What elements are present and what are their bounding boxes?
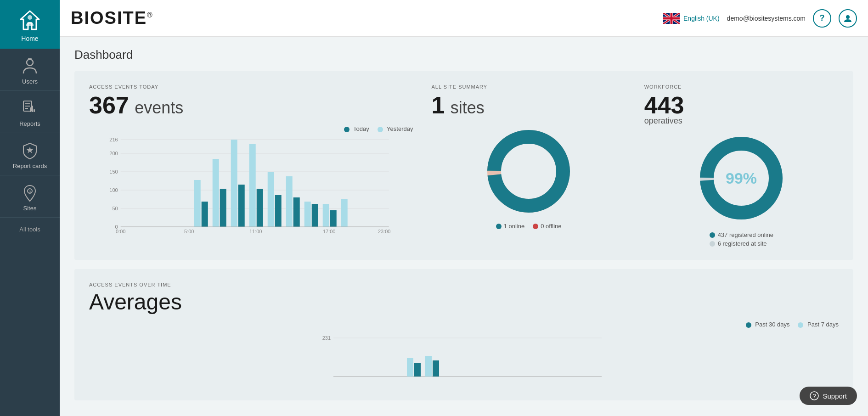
dashboard-content: Dashboard ACCESS EVENTS TODAY 367 events… [60,37,868,416]
svg-text:5:00: 5:00 [184,229,194,234]
svg-rect-8 [30,107,31,112]
legend-yesterday: Yesterday [378,125,413,132]
registered-online-item: 437 registered online [710,231,773,238]
bar-today-10 [238,185,245,227]
svg-text:216: 216 [109,137,118,142]
bar-yesterday-10 [231,140,237,227]
user-account-button[interactable] [839,9,857,28]
sidebar-item-label-sites: Sites [23,205,37,212]
site-count: 1 [431,92,445,118]
averages-section: ACCESS EVENTS OVER TIME Averages Past 30… [74,269,853,400]
workforce-unit: operatives [644,116,839,126]
bar-yesterday-11 [249,144,256,227]
bar-yesterday-16 [341,199,348,227]
site-donut-legend: 1 online 0 offline [496,223,562,230]
access-events-bar-chart: 216 200 150 100 50 0 [89,135,413,236]
svg-rect-10 [34,109,35,112]
site-offline-count: 0 offline [541,223,561,230]
workforce-legend: 437 registered online 6 registered at si… [710,230,773,247]
sidebar-item-report-cards[interactable]: Report cards [0,133,60,175]
avg-bar-2-dark [433,360,439,377]
svg-rect-9 [32,106,33,112]
users-icon [21,57,39,75]
past30-dot [746,322,751,328]
dashboard-top-section: ACCESS EVENTS TODAY 367 events Today Yes… [74,71,853,260]
sites-donut-chart [483,125,575,217]
support-label: Support [823,392,847,400]
access-events-unit: events [135,98,183,117]
sidebar: Home Users Reports Report cards [0,0,60,416]
bar-yesterday-9 [213,159,219,227]
all-site-sublabel: ALL SITE SUMMARY [431,84,626,90]
offline-dot [533,224,538,229]
workforce-pct-text: 99% [726,169,757,187]
report-cards-icon [21,141,39,160]
legend-30-days: Past 30 days [746,321,790,328]
svg-rect-3 [28,58,32,60]
bar-today-11 [257,189,263,227]
reports-icon [21,99,39,118]
avg-bar-1-light [407,358,413,377]
header: BIOSITE® English (UK) demo@biositesystem… [60,0,868,37]
uk-flag-icon [663,13,680,24]
svg-text:23:00: 23:00 [378,229,391,234]
today-dot [344,127,349,132]
sites-icon: 3 [21,184,39,202]
bar-yesterday-13 [286,176,293,227]
bar-yesterday-12 [268,172,274,227]
sidebar-item-label-reports: Reports [19,120,40,127]
bar-yesterday-15 [323,204,329,227]
workforce-sublabel: WORKFORCE [644,84,839,90]
bar-yesterday-8 [194,180,201,227]
yesterday-dot [378,127,383,132]
page-title: Dashboard [74,48,853,62]
svg-text:200: 200 [109,151,118,156]
support-button[interactable]: ? Support [800,387,857,405]
sidebar-all-tools[interactable]: All tools [19,226,40,233]
sidebar-item-users[interactable]: Users [0,49,60,91]
help-button[interactable]: ? [813,9,831,28]
svg-point-2 [27,59,33,66]
averages-sublabel: ACCESS EVENTS OVER TIME [89,282,839,287]
sidebar-item-label-users: Users [22,78,38,85]
sidebar-item-reports[interactable]: Reports [0,91,60,133]
svg-marker-11 [27,147,33,153]
svg-text:0:00: 0:00 [116,229,125,234]
workforce-section: WORKFORCE 443 operatives 99% [644,84,839,247]
user-email: demo@biositesystems.com [727,15,806,22]
bar-yesterday-14 [304,202,311,227]
svg-text:50: 50 [112,206,118,211]
registered-online-label: 437 registered online [718,231,773,238]
bar-today-15 [330,210,337,227]
registered-online-dot [710,232,715,238]
sidebar-item-sites[interactable]: 3 Sites [0,175,60,218]
legend-today: Today [344,125,369,132]
bar-today-13 [293,197,300,227]
header-right: English (UK) demo@biositesystems.com ? [663,9,857,28]
past7-dot [798,322,803,328]
sidebar-home[interactable]: Home [0,0,60,49]
access-events-sublabel: ACCESS EVENTS TODAY [89,84,413,90]
support-icon: ? [810,391,819,400]
site-offline-legend: 0 offline [533,223,561,230]
access-events-today: ACCESS EVENTS TODAY 367 events Today Yes… [89,84,413,238]
bar-today-14 [312,204,318,227]
home-icon [18,8,42,32]
svg-text:3: 3 [29,190,31,194]
svg-point-35 [494,137,563,206]
svg-text:150: 150 [109,169,118,174]
registered-site-item: 6 registered at site [710,240,773,247]
averages-title: Averages [89,290,182,314]
svg-text:100: 100 [109,187,118,193]
svg-text:231: 231 [322,335,331,341]
bar-today-8 [202,202,208,227]
averages-chart: 231 [89,331,839,386]
workforce-donut-chart: 99% [695,132,787,224]
svg-point-1 [28,15,32,20]
registered-site-dot [710,241,715,247]
logo-reg: ® [147,11,153,19]
site-online-legend: 1 online [496,223,525,230]
svg-marker-0 [21,11,39,29]
main-area: BIOSITE® English (UK) demo@biositesystem… [60,0,868,416]
language-selector[interactable]: English (UK) [663,13,720,24]
